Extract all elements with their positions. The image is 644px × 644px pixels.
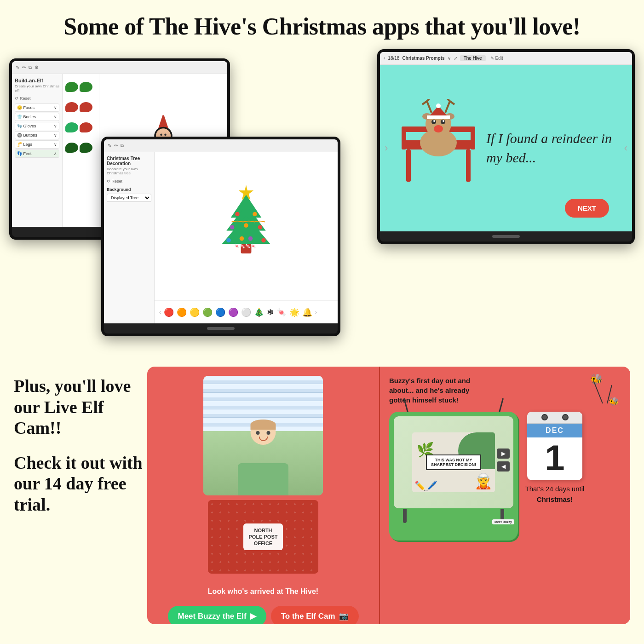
tv-elf-photo-frame: 🌿 THIS WAS NOT MY SHARPEST DECISION! 🧝 ✏… [412,432,495,492]
ornament-10[interactable]: 🍬 [276,307,287,317]
edit-btn[interactable]: ✎ Edit [490,56,503,61]
tree-title: Christmas Tree Decoration [107,156,151,166]
camera-icon: 📷 [339,611,349,621]
category-buttons[interactable]: 🔘 Buttons∨ [15,131,59,139]
check-text: Check it out with our 14 day free trial. [14,453,143,516]
christmas-label: Christmas! [537,495,573,503]
countdown-label: That's 24 days until Christmas! [525,485,585,503]
shoe-option-3[interactable] [65,119,93,136]
svg-point-28 [443,120,444,122]
bottom-left-text-area: Plus, you'll love our Live Elf Cam!! Che… [14,367,147,516]
tv-meet-buzzy-label[interactable]: Meet Buzzy [492,519,514,524]
monitor-strip-right [492,235,520,238]
teacher-shirt [238,463,288,495]
build-elf-items [63,74,99,227]
ornament-7[interactable]: ⚪ [241,307,251,317]
pencil-icon-center: ✏ [114,143,118,148]
bee-antennas [584,371,621,408]
monitor-bottom-right [380,231,632,242]
tv-screen: 🌿 THIS WAS NOT MY SHARPEST DECISION! 🧝 ✏… [394,416,513,508]
blind-line-2 [203,389,323,393]
shoe-option-1[interactable] [65,79,93,95]
tree-bg-select[interactable]: Displayed Tree [107,194,151,202]
north-pole-package: NORTH POLE POST OFFICE [208,500,318,574]
tv-container: 🌿 THIS WAS NOT MY SHARPEST DECISION! 🧝 ✏… [389,412,621,615]
svg-point-38 [235,212,240,217]
shoe-option-4[interactable] [65,139,93,156]
svg-point-39 [253,212,257,217]
category-bodies[interactable]: 👕 Bodies∨ [15,113,59,121]
svg-point-13 [164,134,167,136]
build-elf-subtitle: Create your own Christmas elf! [15,84,59,92]
app-bar-right: ‹ 18/18 Christmas Prompts ∨ ⤢ The Hive ✎… [380,52,632,65]
elf-cam-caption: Look who's arrived at The Hive! [147,583,379,600]
tree-bar-left-arrow[interactable]: ‹ [159,309,161,316]
elf-cam-button[interactable]: To the Elf Cam 📷 [271,606,359,624]
blind-line-4 [203,406,323,409]
svg-point-42 [244,223,248,228]
copy-icon-center: ⧉ [121,143,124,149]
christmas-tree-svg: 🍬🍬🍬🍬 [212,183,281,270]
monitor-christmas-prompts: ‹ 18/18 Christmas Prompts ∨ ⤢ The Hive ✎… [377,49,635,244]
shoe-option-2[interactable] [65,99,93,115]
build-elf-reset[interactable]: ↺Reset [15,96,59,101]
ornament-2[interactable]: 🟠 [177,307,187,317]
ornament-11[interactable]: 🌟 [289,307,299,317]
ornament-9[interactable]: ❄ [267,307,274,317]
tree-bg-label: Background [107,187,151,192]
bottom-section: Plus, you'll love our Live Elf Cam!! Che… [0,357,644,633]
settings-icon: ⚙ [34,65,39,70]
ornament-12[interactable]: 🔔 [302,307,312,317]
ornament-8[interactable]: 🎄 [254,307,264,317]
teacher-photo-frame [203,376,323,495]
tv-btn-left[interactable]: ◀ [497,461,510,472]
section-title: Christmas Prompts [402,56,444,61]
monitor-bottom-center [104,323,338,334]
ornament-1[interactable]: 🔴 [164,307,174,317]
svg-point-29 [434,125,443,132]
build-elf-sidebar: Build-an-Elf Create your own Christmas e… [12,74,63,227]
tv-btn-right[interactable]: ▶ [497,448,510,459]
ornament-3[interactable]: 🟡 [190,307,200,317]
retro-tv: 🌿 THIS WAS NOT MY SHARPEST DECISION! 🧝 ✏… [389,412,518,540]
svg-point-40 [230,225,235,230]
page-header: Some of The Hive's Christmas apps that y… [0,0,644,45]
svg-line-48 [593,380,603,403]
svg-point-44 [261,238,266,243]
tree-reset-btn[interactable]: ↺ Reset [107,179,151,184]
category-feet[interactable]: 👣 Feet∧ [15,150,59,158]
ring-left [541,414,548,420]
tree-canvas: 🍬🍬🍬🍬 [155,152,338,300]
page-title: Some of The Hive's Christmas apps that y… [18,13,626,40]
tree-bar-right-arrow[interactable]: › [315,309,317,316]
nav-left-arrow[interactable]: › [385,142,388,154]
ornament-5[interactable]: 🔵 [215,307,225,317]
svg-rect-31 [427,115,450,119]
ornament-6[interactable]: 🟣 [228,307,238,317]
calendar-widget: DEC 1 That's 24 days until Christmas! [525,412,585,505]
hive-btn[interactable]: The Hive [460,55,486,61]
elf-cam-label: To the Elf Cam [281,612,335,621]
calendar-box: DEC 1 [527,412,582,480]
elf-cam-buttons: Meet Buzzy the Elf ▶ To the Elf Cam 📷 [147,600,379,624]
calendar-rings-row [527,412,582,424]
monitor-strip-center [207,327,235,330]
next-button[interactable]: NEXT [565,199,609,218]
pencil-icon: ✏ [22,65,26,70]
svg-line-49 [607,385,612,403]
sign-text: THIS WAS NOT MY SHARPEST DECISION! [431,458,477,467]
tree-screen: Christmas Tree Decoration Decorate your … [104,152,338,323]
svg-point-41 [258,225,263,230]
edit-icon-center: ✎ [108,143,111,148]
ornament-4[interactable]: 🟢 [202,307,213,317]
category-faces[interactable]: 🙂 Faces∨ [15,104,59,112]
teacher-body [203,431,323,495]
tree-sidebar: Christmas Tree Decoration Decorate your … [104,152,155,323]
tv-leg-left [403,509,407,523]
category-gloves[interactable]: 🧤 Gloves∨ [15,122,59,130]
svg-point-46 [248,236,253,241]
meet-buzzy-button[interactable]: Meet Buzzy the Elf ▶ [168,606,266,624]
nav-right-arrow[interactable]: ‹ [624,142,627,154]
countdown-text: That's 24 days until Christmas! [525,484,585,505]
category-legs[interactable]: 🦵 Legs∨ [15,140,59,149]
